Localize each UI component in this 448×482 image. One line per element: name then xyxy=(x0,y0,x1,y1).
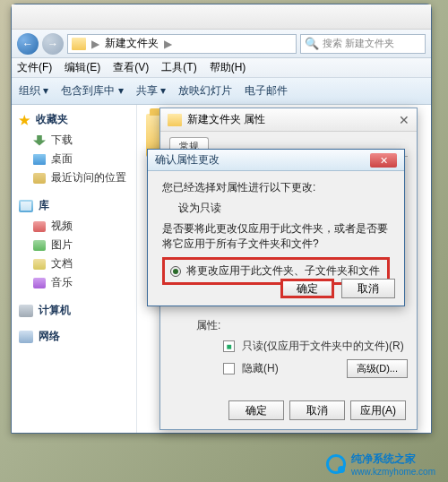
favorites-header[interactable]: ★收藏夹 xyxy=(15,112,133,127)
video-icon xyxy=(33,221,46,232)
folder-icon xyxy=(168,114,182,126)
navigation-bar: ← → ▶ 新建文件夹 ▶ 🔍 搜索 新建文件夹 xyxy=(12,30,431,58)
attributes-label: 属性: xyxy=(196,318,220,333)
properties-footer: 确定 取消 应用(A) xyxy=(228,400,406,420)
option-apply-all-label: 将更改应用于此文件夹、子文件夹和文件 xyxy=(186,263,380,279)
download-icon xyxy=(33,135,46,146)
watermark: 纯净系统之家 www.kzmyhome.com xyxy=(326,452,435,477)
libraries-header[interactable]: 库 xyxy=(15,198,133,213)
window-titlebar[interactable] xyxy=(12,4,431,30)
menu-edit[interactable]: 编辑(E) xyxy=(65,60,100,75)
confirm-title-text: 确认属性更改 xyxy=(155,152,220,168)
nav-pane: ★收藏夹 下载 桌面 最近访问的位置 库 视频 图片 文档 音乐 计算机 网络 xyxy=(12,105,137,433)
menu-help[interactable]: 帮助(H) xyxy=(210,60,246,75)
sidebar-item-desktop[interactable]: 桌面 xyxy=(15,150,133,168)
ok-button[interactable]: 确定 xyxy=(280,279,334,298)
confirm-line1: 您已经选择对属性进行以下更改: xyxy=(162,180,390,195)
email-button[interactable]: 电子邮件 xyxy=(245,83,288,99)
hidden-label: 隐藏(H) xyxy=(242,361,279,376)
include-button[interactable]: 包含到库中 ▾ xyxy=(61,83,123,99)
properties-titlebar[interactable]: 新建文件夹 属性 ✕ xyxy=(160,108,417,132)
close-icon[interactable]: ✕ xyxy=(399,113,409,127)
search-input[interactable]: 🔍 搜索 新建文件夹 xyxy=(300,34,426,54)
watermark-logo-icon xyxy=(326,454,346,474)
advanced-button[interactable]: 高级(D)... xyxy=(347,359,408,378)
breadcrumb-item[interactable]: 新建文件夹 xyxy=(105,36,159,51)
radio-icon xyxy=(170,266,181,277)
sidebar-item-documents[interactable]: 文档 xyxy=(15,254,133,273)
slideshow-button[interactable]: 放映幻灯片 xyxy=(178,83,232,99)
confirm-footer: 确定 取消 xyxy=(280,279,395,298)
breadcrumb-separator: ▶ xyxy=(91,38,99,50)
library-icon xyxy=(19,200,33,212)
forward-button[interactable]: → xyxy=(42,33,64,55)
search-icon: 🔍 xyxy=(305,37,319,50)
sidebar-item-videos[interactable]: 视频 xyxy=(15,217,133,236)
properties-title-text: 新建文件夹 属性 xyxy=(187,112,265,127)
sidebar-item-music[interactable]: 音乐 xyxy=(15,273,133,292)
picture-icon xyxy=(33,240,46,251)
close-button[interactable]: ✕ xyxy=(370,153,397,168)
share-button[interactable]: 共享 ▾ xyxy=(136,83,166,99)
cancel-button[interactable]: 取消 xyxy=(289,400,345,420)
ok-button[interactable]: 确定 xyxy=(228,400,284,420)
menu-file[interactable]: 文件(F) xyxy=(17,60,52,75)
folder-icon xyxy=(72,38,86,50)
breadcrumb[interactable]: ▶ 新建文件夹 ▶ xyxy=(67,34,297,54)
watermark-url: www.kzmyhome.com xyxy=(351,467,435,477)
search-placeholder: 搜索 新建文件夹 xyxy=(323,37,394,50)
confirm-dialog: 确认属性更改 ✕ 您已经选择对属性进行以下更改: 设为只读 是否要将此更改仅应用… xyxy=(147,149,405,306)
breadcrumb-separator: ▶ xyxy=(164,38,172,50)
computer-icon xyxy=(19,305,33,317)
desktop-icon xyxy=(33,154,46,165)
recent-icon xyxy=(33,173,46,184)
confirm-change: 设为只读 xyxy=(162,201,390,216)
sidebar-item-pictures[interactable]: 图片 xyxy=(15,236,133,254)
sidebar-item-downloads[interactable]: 下载 xyxy=(15,131,133,150)
confirm-body: 您已经选择对属性进行以下更改: 设为只读 是否要将此更改仅应用于此文件夹，或者是… xyxy=(148,171,404,294)
cancel-button[interactable]: 取消 xyxy=(341,279,395,298)
network-header[interactable]: 网络 xyxy=(15,329,133,344)
command-bar: 组织 ▾ 包含到库中 ▾ 共享 ▾ 放映幻灯片 电子邮件 xyxy=(12,78,431,105)
confirm-line2: 是否要将此更改仅应用于此文件夹，或者是否要将它应用于所有子文件夹和文件? xyxy=(162,221,390,252)
star-icon: ★ xyxy=(19,113,30,127)
confirm-titlebar[interactable]: 确认属性更改 ✕ xyxy=(148,150,404,171)
network-icon xyxy=(19,331,33,343)
organize-button[interactable]: 组织 ▾ xyxy=(19,83,48,99)
readonly-label: 只读(仅应用于文件夹中的文件)(R) xyxy=(242,339,404,354)
watermark-brand: 纯净系统之家 xyxy=(351,452,435,467)
readonly-checkbox[interactable]: ■ xyxy=(223,340,235,352)
menu-view[interactable]: 查看(V) xyxy=(113,60,149,75)
menu-tools[interactable]: 工具(T) xyxy=(161,60,196,75)
sidebar-item-recent[interactable]: 最近访问的位置 xyxy=(15,168,133,187)
music-icon xyxy=(33,278,46,288)
apply-button[interactable]: 应用(A) xyxy=(350,400,406,420)
document-icon xyxy=(33,259,46,270)
back-button[interactable]: ← xyxy=(17,33,39,55)
attributes-row: 属性: xyxy=(169,318,408,333)
computer-header[interactable]: 计算机 xyxy=(15,303,133,318)
menubar: 文件(F) 编辑(E) 查看(V) 工具(T) 帮助(H) xyxy=(12,58,431,78)
hidden-checkbox[interactable] xyxy=(223,363,235,374)
